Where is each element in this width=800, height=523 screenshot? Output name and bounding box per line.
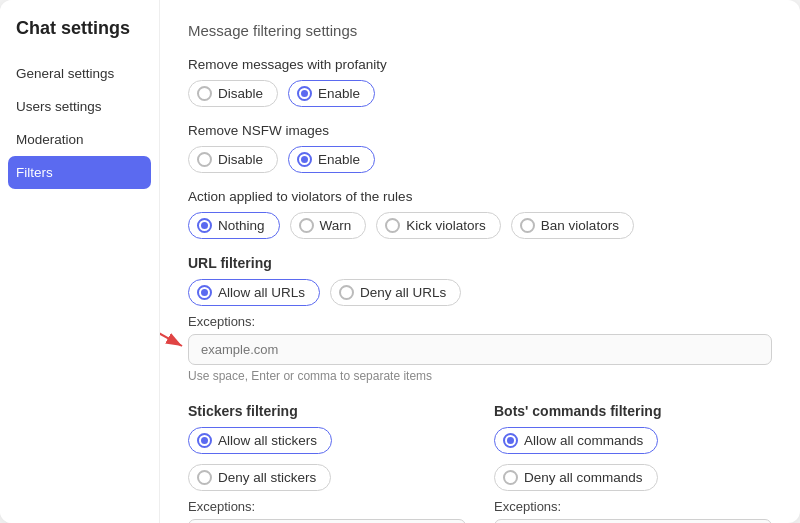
action-radio-group: Nothing Warn Kick violators Ban violator…	[188, 212, 772, 239]
profanity-setting: Remove messages with profanity Disable E…	[188, 57, 772, 107]
nsfw-disable-option[interactable]: Disable	[188, 146, 278, 173]
stickers-deny-label: Deny all stickers	[218, 470, 316, 485]
url-deny-label: Deny all URLs	[360, 285, 446, 300]
action-warn-radio	[299, 218, 314, 233]
svg-line-1	[160, 317, 182, 346]
action-kick-radio	[385, 218, 400, 233]
url-radio-group: Allow all URLs Deny all URLs	[188, 279, 772, 306]
bots-exceptions-input[interactable]	[494, 519, 772, 523]
nsfw-label: Remove NSFW images	[188, 123, 772, 138]
stickers-allow-label: Allow all stickers	[218, 433, 317, 448]
bots-column: Bots' commands filtering Allow all comma…	[494, 399, 772, 523]
nsfw-setting: Remove NSFW images Disable Enable	[188, 123, 772, 173]
action-nothing-option[interactable]: Nothing	[188, 212, 280, 239]
stickers-allow-option[interactable]: Allow all stickers	[188, 427, 332, 454]
nsfw-disable-label: Disable	[218, 152, 263, 167]
action-kick-label: Kick violators	[406, 218, 486, 233]
bots-deny-radio	[503, 470, 518, 485]
profanity-enable-label: Enable	[318, 86, 360, 101]
profanity-label: Remove messages with profanity	[188, 57, 772, 72]
url-exceptions-label: Exceptions:	[188, 314, 772, 329]
bots-title: Bots' commands filtering	[494, 403, 772, 419]
action-warn-option[interactable]: Warn	[290, 212, 367, 239]
url-exceptions-input[interactable]	[188, 334, 772, 365]
stickers-exceptions-input[interactable]	[188, 519, 466, 523]
stickers-title: Stickers filtering	[188, 403, 466, 419]
stickers-radio-group: Allow all stickers Deny all stickers	[188, 427, 466, 491]
section-title: Message filtering settings	[188, 22, 772, 39]
action-nothing-radio	[197, 218, 212, 233]
profanity-enable-option[interactable]: Enable	[288, 80, 375, 107]
url-allow-label: Allow all URLs	[218, 285, 305, 300]
main-content: Message filtering settings Remove messag…	[160, 0, 800, 523]
stickers-column: Stickers filtering Allow all stickers De…	[188, 399, 466, 523]
sidebar-title: Chat settings	[0, 18, 159, 57]
profanity-radio-group: Disable Enable	[188, 80, 772, 107]
action-nothing-label: Nothing	[218, 218, 265, 233]
action-ban-label: Ban violators	[541, 218, 619, 233]
url-filtering-title: URL filtering	[188, 255, 772, 271]
nsfw-enable-option[interactable]: Enable	[288, 146, 375, 173]
profanity-disable-label: Disable	[218, 86, 263, 101]
sidebar: Chat settings General settings Users set…	[0, 0, 160, 523]
url-deny-option[interactable]: Deny all URLs	[330, 279, 461, 306]
bots-allow-label: Allow all commands	[524, 433, 643, 448]
profanity-disable-option[interactable]: Disable	[188, 80, 278, 107]
bots-exceptions-label: Exceptions:	[494, 499, 772, 514]
stickers-deny-option[interactable]: Deny all stickers	[188, 464, 331, 491]
stickers-deny-radio	[197, 470, 212, 485]
action-ban-radio	[520, 218, 535, 233]
nsfw-radio-group: Disable Enable	[188, 146, 772, 173]
bottom-columns: Stickers filtering Allow all stickers De…	[188, 399, 772, 523]
app-window: Chat settings General settings Users set…	[0, 0, 800, 523]
sidebar-item-general-settings[interactable]: General settings	[0, 57, 159, 90]
bots-allow-option[interactable]: Allow all commands	[494, 427, 658, 454]
bots-allow-radio	[503, 433, 518, 448]
bots-deny-label: Deny all commands	[524, 470, 643, 485]
nsfw-enable-radio	[297, 152, 312, 167]
action-warn-label: Warn	[320, 218, 352, 233]
nsfw-disable-radio	[197, 152, 212, 167]
arrow-icon	[160, 312, 190, 352]
bots-radio-group: Allow all commands Deny all commands	[494, 427, 772, 491]
url-deny-radio	[339, 285, 354, 300]
action-kick-option[interactable]: Kick violators	[376, 212, 501, 239]
url-allow-radio	[197, 285, 212, 300]
url-hint: Use space, Enter or comma to separate it…	[188, 369, 772, 383]
url-allow-option[interactable]: Allow all URLs	[188, 279, 320, 306]
action-setting: Action applied to violators of the rules…	[188, 189, 772, 239]
stickers-allow-radio	[197, 433, 212, 448]
action-label: Action applied to violators of the rules	[188, 189, 772, 204]
sidebar-item-filters[interactable]: Filters	[8, 156, 151, 189]
profanity-enable-radio	[297, 86, 312, 101]
action-ban-option[interactable]: Ban violators	[511, 212, 634, 239]
url-exceptions-container	[188, 334, 772, 365]
url-filtering-setting: URL filtering Allow all URLs Deny all UR…	[188, 255, 772, 383]
sidebar-item-moderation[interactable]: Moderation	[0, 123, 159, 156]
nsfw-enable-label: Enable	[318, 152, 360, 167]
bots-deny-option[interactable]: Deny all commands	[494, 464, 658, 491]
stickers-exceptions-label: Exceptions:	[188, 499, 466, 514]
profanity-disable-radio	[197, 86, 212, 101]
sidebar-item-users-settings[interactable]: Users settings	[0, 90, 159, 123]
